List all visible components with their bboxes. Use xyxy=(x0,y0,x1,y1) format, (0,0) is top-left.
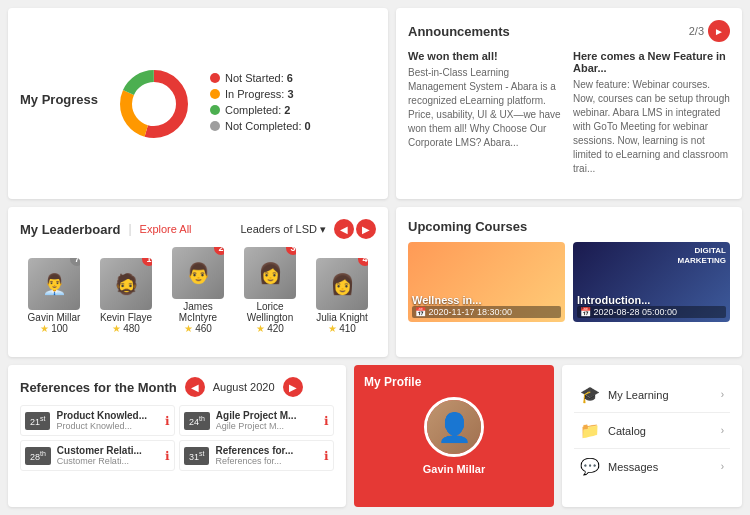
label-in-progress: In Progress: 3 xyxy=(225,88,293,100)
up-course-2[interactable]: DIGITALMARKETING Introduction... 📅 2020-… xyxy=(573,242,730,322)
ref-type-3: References for... xyxy=(215,456,318,466)
lb-header: My Leaderboard | Explore All Leaders of … xyxy=(20,219,376,239)
progress-title: My Progress xyxy=(20,92,98,107)
ql-item-2[interactable]: 💬 Messages › xyxy=(574,449,730,484)
ann-count: 2/3 xyxy=(689,25,704,37)
ann-item-1: We won them all! Best-in-Class Learning … xyxy=(408,50,565,176)
ql-label-2: Messages xyxy=(608,461,658,473)
ref-info-0: Product Knowled... Product Knowled... xyxy=(56,410,159,431)
donut-svg xyxy=(114,64,194,144)
ql-icon-0: 🎓 xyxy=(580,385,600,404)
ref-info-1: Agile Project M... Agile Project M... xyxy=(216,410,318,431)
ref-type-2: Customer Relati... xyxy=(57,456,159,466)
lb-name-2: James McIntyre xyxy=(164,301,232,323)
lb-score-1: ★480 xyxy=(112,323,140,334)
refs-grid: 21st Product Knowled... Product Knowled.… xyxy=(20,405,334,471)
bottom-row: References for the Month ◀ August 2020 ▶… xyxy=(8,365,742,507)
ql-icon-1: 📁 xyxy=(580,421,600,440)
lb-score-2: ★460 xyxy=(184,323,212,334)
refs-next-button[interactable]: ▶ xyxy=(283,377,303,397)
legend-not-started: Not Started: 6 xyxy=(210,72,311,84)
ql-label-0: My Learning xyxy=(608,389,669,401)
ql-label-1: Catalog xyxy=(608,425,646,437)
ql-chevron-1: › xyxy=(721,425,724,436)
label-not-completed: Not Completed: 0 xyxy=(225,120,311,132)
refs-header: References for the Month ◀ August 2020 ▶ xyxy=(20,377,334,397)
lb-score-4: ★410 xyxy=(328,323,356,334)
lb-explore-link[interactable]: Explore All xyxy=(140,223,192,235)
profile-title: My Profile xyxy=(364,375,421,389)
refs-month: August 2020 xyxy=(213,381,275,393)
dot-not-completed xyxy=(210,121,220,131)
ref-type-1: Agile Project M... xyxy=(216,421,318,431)
ref-item-1: 24th Agile Project M... Agile Project M.… xyxy=(179,405,334,436)
ref-info-2: Customer Relati... Customer Relati... xyxy=(57,445,159,466)
leaderboard-card: My Leaderboard | Explore All Leaders of … xyxy=(8,207,388,357)
ref-name-2: Customer Relati... xyxy=(57,445,159,456)
ref-info-3: References for... References for... xyxy=(215,445,318,466)
up-course-1[interactable]: Wellness in... 📅 2020-11-17 18:30:00 xyxy=(408,242,565,322)
ref-info-icon-2[interactable]: ℹ xyxy=(165,449,170,463)
lb-avatar-0: 👨‍💼 7 xyxy=(28,258,80,310)
ref-type-0: Product Knowled... xyxy=(56,421,159,431)
ann-nav: 2/3 ► xyxy=(689,20,730,42)
lb-name-3: Lorice Wellington xyxy=(236,301,304,323)
ref-info-icon-0[interactable]: ℹ xyxy=(165,414,170,428)
lb-member-0: 👨‍💼 7 Gavin Millar ★100 xyxy=(20,258,88,334)
ql-item-1[interactable]: 📁 Catalog › xyxy=(574,413,730,449)
ql-item-0[interactable]: 🎓 My Learning › xyxy=(574,377,730,413)
lb-filter: Leaders of LSD ▾ xyxy=(241,223,327,236)
ref-date-1: 24th xyxy=(184,412,210,430)
ref-info-icon-3[interactable]: ℹ xyxy=(324,449,329,463)
ref-item-0: 21st Product Knowled... Product Knowled.… xyxy=(20,405,175,436)
ann-title: Announcements xyxy=(408,24,510,39)
ref-date-3: 31st xyxy=(184,447,209,465)
donut-chart xyxy=(114,64,194,144)
ref-date-0: 21st xyxy=(25,412,50,430)
lb-avatar-4: 👩 4 xyxy=(316,258,368,310)
lb-avatar-3: 👩 3 xyxy=(244,247,296,299)
ann-items: We won them all! Best-in-Class Learning … xyxy=(408,50,730,176)
ann-item-1-heading: We won them all! xyxy=(408,50,565,62)
ann-header: Announcements 2/3 ► xyxy=(408,20,730,42)
quicklinks-card: 🎓 My Learning › 📁 Catalog › 💬 Messages › xyxy=(562,365,742,507)
ref-item-2: 28th Customer Relati... Customer Relati.… xyxy=(20,440,175,471)
legend-not-completed: Not Completed: 0 xyxy=(210,120,311,132)
lb-prev-button[interactable]: ◀ xyxy=(334,219,354,239)
ref-name-1: Agile Project M... xyxy=(216,410,318,421)
ref-name-0: Product Knowled... xyxy=(56,410,159,421)
ref-item-3: 31st References for... References for...… xyxy=(179,440,334,471)
dot-not-started xyxy=(210,73,220,83)
ann-item-2-heading: Here comes a New Feature in Abar... xyxy=(573,50,730,74)
label-not-started: Not Started: 6 xyxy=(225,72,293,84)
ref-name-3: References for... xyxy=(215,445,318,456)
dot-in-progress xyxy=(210,89,220,99)
lb-name-4: Julia Knight xyxy=(316,312,368,323)
progress-legend: Not Started: 6 In Progress: 3 Completed:… xyxy=(210,72,311,136)
ref-info-icon-1[interactable]: ℹ xyxy=(324,414,329,428)
upcoming-title: Upcoming Courses xyxy=(408,219,730,234)
profile-avatar: 👤 xyxy=(424,397,484,457)
course-1-date: 📅 2020-11-17 18:30:00 xyxy=(412,306,561,318)
ref-date-2: 28th xyxy=(25,447,51,465)
refs-prev-button[interactable]: ◀ xyxy=(185,377,205,397)
legend-in-progress: In Progress: 3 xyxy=(210,88,311,100)
lb-member-2: 👨 2 James McIntyre ★460 xyxy=(164,247,232,334)
lb-members: 👨‍💼 7 Gavin Millar ★100 🧔 1 Kevin Flaye … xyxy=(20,247,376,334)
dot-completed xyxy=(210,105,220,115)
lb-name-0: Gavin Millar xyxy=(28,312,81,323)
ann-next-button[interactable]: ► xyxy=(708,20,730,42)
ql-chevron-0: › xyxy=(721,389,724,400)
lb-score-3: ★420 xyxy=(256,323,284,334)
lb-next-button[interactable]: ▶ xyxy=(356,219,376,239)
lb-avatar-1: 🧔 1 xyxy=(100,258,152,310)
ann-item-2: Here comes a New Feature in Abar... New … xyxy=(573,50,730,176)
legend-completed: Completed: 2 xyxy=(210,104,311,116)
course-2-date: 📅 2020-08-28 05:00:00 xyxy=(577,306,726,318)
lb-title: My Leaderboard xyxy=(20,222,120,237)
ann-item-2-body: New feature: Webinar courses. Now, cours… xyxy=(573,78,730,176)
svg-point-4 xyxy=(134,84,174,124)
label-completed: Completed: 2 xyxy=(225,104,290,116)
announcements-card: Announcements 2/3 ► We won them all! Bes… xyxy=(396,8,742,199)
profile-name: Gavin Millar xyxy=(423,463,485,475)
